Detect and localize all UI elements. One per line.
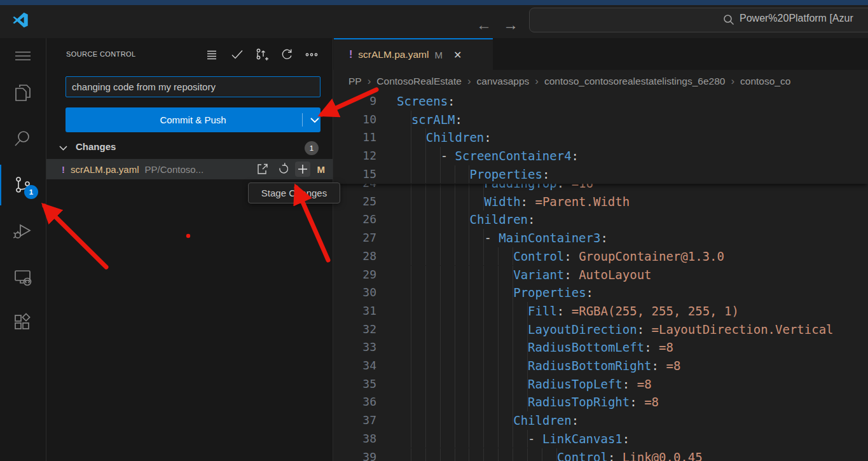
line-number: 33 [333, 338, 376, 357]
line-number: 29 [333, 266, 376, 284]
line-content: Screens: [397, 92, 455, 111]
changed-file-row[interactable]: ! scrALM.pa.yaml PP/Contoso... M [46, 159, 333, 179]
sticky-line[interactable]: 15Properties: [333, 165, 868, 184]
indent-guides [397, 128, 426, 147]
line-content: Children: [397, 210, 535, 229]
breadcrumb-item[interactable]: contoso_contosorealestatelistings_6e280 [544, 76, 725, 87]
code-line[interactable]: 27- MainContainer3: [333, 229, 868, 247]
line-number: 9 [333, 92, 376, 111]
nav-forward-icon[interactable]: → [501, 15, 520, 34]
code-editor[interactable]: 24PaddingTop: =1625Width: =Parent.Width2… [333, 92, 868, 461]
close-icon[interactable]: ✕ [453, 49, 462, 61]
view-as-list-icon[interactable] [204, 47, 219, 62]
code-line[interactable]: 39Control: Link@0.0.45 [333, 448, 868, 461]
breadcrumb-item[interactable]: canvasapps [477, 76, 530, 87]
search-icon[interactable] [13, 128, 33, 149]
tab-label: scrALM.pa.yaml [358, 49, 429, 60]
activity-bar: 1 [0, 38, 46, 461]
commit-and-push-button[interactable]: Commit & Push [65, 107, 320, 132]
indent-guides [397, 147, 441, 165]
titlebar: ← → Power%20Platform [Azur [0, 5, 868, 39]
code-line[interactable]: 32LayoutDirection: =LayoutDirection.Vert… [333, 320, 868, 339]
file-name: scrALM.pa.yaml [71, 164, 139, 175]
breadcrumb-separator: › [535, 75, 539, 88]
commit-check-icon[interactable] [230, 47, 245, 62]
panel-title: SOURCE CONTROL [66, 50, 136, 58]
commit-message-input[interactable] [65, 76, 320, 97]
button-separator [302, 113, 303, 127]
remote-explorer-icon[interactable] [13, 267, 33, 287]
indent-guides [397, 247, 513, 266]
code-line[interactable]: 36RadiusTopRight: =8 [333, 393, 868, 411]
code-line[interactable]: 29Variant: AutoLayout [333, 266, 868, 284]
sticky-line[interactable]: 9Screens: [333, 92, 868, 111]
open-file-icon[interactable] [256, 162, 270, 176]
code-line[interactable]: 33RadiusBottomLeft: =8 [333, 338, 868, 357]
line-content: - LinkCanvas1: [397, 430, 630, 448]
line-content: LayoutDirection: =LayoutDirection.Vertic… [397, 320, 834, 339]
line-number: 35 [333, 375, 376, 394]
line-number: 39 [333, 448, 376, 461]
indent-guides [397, 448, 557, 461]
indent-guides [397, 375, 528, 394]
sticky-lines: 9Screens:10scrALM:11Children:12- ScreenC… [333, 92, 868, 184]
indent-guides [397, 320, 528, 339]
search-icon [722, 13, 735, 26]
stage-plus-icon[interactable] [295, 162, 310, 177]
changes-section-header[interactable]: Changes 1 [46, 139, 333, 157]
breadcrumb-item[interactable]: ContosoRealEstate [376, 76, 462, 87]
line-number: 34 [333, 357, 376, 375]
line-number: 30 [333, 284, 376, 302]
nav-back-icon[interactable]: ← [474, 15, 493, 34]
chevron-down-icon [59, 146, 67, 151]
indent-guides [397, 411, 513, 430]
vscode-logo [11, 11, 30, 30]
scm-count-badge: 1 [24, 185, 38, 199]
indent-guides [397, 284, 513, 302]
sticky-line[interactable]: 11Children: [333, 128, 868, 147]
sticky-line[interactable]: 10scrALM: [333, 111, 868, 129]
code-line[interactable]: 35RadiusTopLeft: =8 [333, 375, 868, 394]
refresh-icon[interactable] [279, 47, 294, 62]
breadcrumb-separator: › [467, 75, 471, 88]
more-actions-icon[interactable] [304, 47, 319, 62]
code-line[interactable]: 34RadiusBottomRight: =8 [333, 357, 868, 375]
line-content: Width: =Parent.Width [397, 193, 630, 211]
run-debug-icon[interactable] [13, 221, 33, 241]
line-content: scrALM: [397, 111, 462, 129]
stage-changes-tooltip: Stage Changes [248, 182, 340, 203]
code-line[interactable]: 37Children: [333, 411, 868, 430]
indent-guides [397, 266, 513, 284]
code-line[interactable]: 25Width: =Parent.Width [333, 193, 868, 211]
line-content: Children: [397, 128, 492, 147]
indent-guides [397, 193, 484, 211]
line-number: 36 [333, 393, 376, 411]
indent-guides [397, 338, 528, 357]
tab-modified-badge: M [434, 50, 443, 60]
breadcrumb-item[interactable]: PP [348, 76, 362, 87]
line-number: 28 [333, 247, 376, 266]
extensions-icon[interactable] [13, 313, 33, 333]
line-number: 27 [333, 229, 376, 247]
line-number: 12 [333, 147, 376, 165]
line-content: - ScreenContainer4: [397, 147, 579, 165]
graph-plus-icon[interactable] [254, 47, 270, 62]
command-center[interactable]: Power%20Platform [Azur [529, 8, 868, 32]
tab-strip: ! scrALM.pa.yaml M ✕ [333, 38, 868, 70]
discard-icon[interactable] [275, 162, 289, 176]
indent-guides [397, 210, 470, 229]
code-line[interactable]: 30Properties: [333, 284, 868, 302]
commit-dropdown-chevron-icon[interactable] [310, 117, 320, 123]
line-content: RadiusBottomRight: =8 [397, 357, 680, 375]
sticky-line[interactable]: 12- ScreenContainer4: [333, 147, 868, 165]
menu-icon[interactable] [13, 46, 33, 66]
tab-scralm[interactable]: ! scrALM.pa.yaml M ✕ [334, 38, 493, 70]
code-line[interactable]: 38- LinkCanvas1: [333, 430, 868, 448]
explorer-icon[interactable] [13, 83, 33, 103]
line-content: Control: Link@0.0.45 [397, 448, 703, 461]
code-line[interactable]: 31Fill: =RGBA(255, 255, 255, 1) [333, 302, 868, 320]
code-line[interactable]: 26Children: [333, 210, 868, 229]
indent-guides [397, 430, 528, 448]
breadcrumb-item[interactable]: contoso_co [740, 76, 790, 87]
code-line[interactable]: 28Control: GroupContainer@1.3.0 [333, 247, 868, 266]
